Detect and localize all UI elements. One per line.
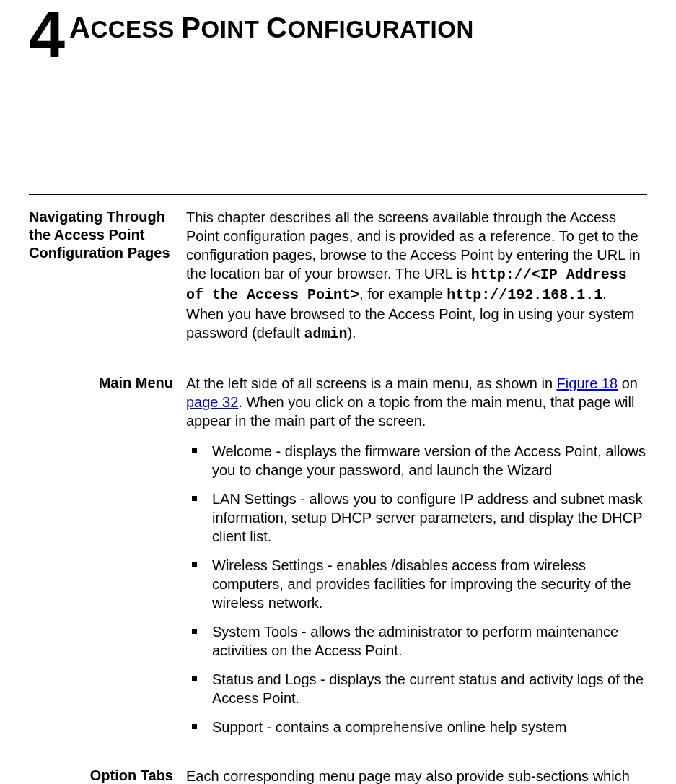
side-heading-main-menu: Main Menu (29, 374, 186, 746)
paragraph: At the left side of all screens is a mai… (186, 374, 647, 430)
side-heading-option-tabs: Option Tabs (29, 767, 186, 784)
side-heading-navigating: Navigating Through the Access Point Conf… (29, 208, 186, 354)
list-item: LAN Settings - allows you to configure I… (186, 489, 647, 546)
section-main-menu: Main Menu At the left side of all screen… (29, 374, 647, 746)
list-item: Welcome - displays the firmware version … (186, 442, 647, 479)
main-menu-list: Welcome - displays the firmware version … (186, 442, 647, 736)
list-item: Wireless Settings - enables /disables ac… (186, 556, 647, 612)
body-navigating: This chapter describes all the screens a… (186, 208, 647, 354)
paragraph: Each corresponding menu page may also pr… (186, 767, 647, 784)
chapter-header: 4 ACCESS POINT CONFIGURATION (29, 0, 647, 64)
code-url-example: http://192.168.1.1 (447, 287, 602, 303)
body-option-tabs: Each corresponding menu page may also pr… (186, 767, 647, 784)
chapter-number: 4 (29, 6, 69, 64)
page: 4 ACCESS POINT CONFIGURATION Navigating … (0, 0, 676, 784)
paragraph: This chapter describes all the screens a… (186, 208, 647, 344)
chapter-title: ACCESS POINT CONFIGURATION (69, 6, 474, 44)
list-item: System Tools - allows the administrator … (186, 622, 647, 660)
section-option-tabs: Option Tabs Each corresponding menu page… (29, 767, 647, 784)
horizontal-rule (29, 194, 647, 195)
list-item: Status and Logs - displays the current s… (186, 670, 647, 707)
link-figure-18[interactable]: Figure 18 (557, 375, 618, 391)
body-main-menu: At the left side of all screens is a mai… (186, 374, 647, 746)
section-navigating: Navigating Through the Access Point Conf… (29, 208, 647, 354)
list-item: Support - contains a comprehensive onlin… (186, 718, 647, 736)
link-page-32[interactable]: page 32 (186, 394, 238, 410)
code-password-default: admin (304, 326, 347, 342)
